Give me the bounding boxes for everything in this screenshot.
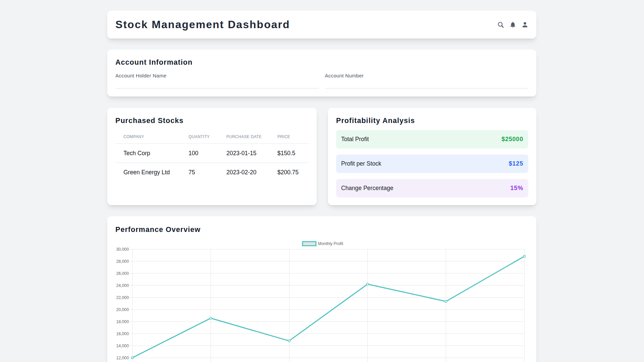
svg-text:Monthly Profit: Monthly Profit [318, 241, 343, 246]
svg-text:14,000: 14,000 [116, 344, 129, 348]
svg-text:16,000: 16,000 [116, 331, 129, 336]
svg-text:12,000: 12,000 [116, 356, 129, 360]
svg-text:26,000: 26,000 [116, 271, 129, 276]
svg-text:24,000: 24,000 [116, 283, 129, 288]
svg-text:30,000: 30,000 [116, 247, 129, 252]
svg-text:22,000: 22,000 [116, 295, 129, 300]
svg-text:20,000: 20,000 [116, 307, 129, 312]
svg-text:18,000: 18,000 [116, 319, 129, 324]
svg-text:28,000: 28,000 [116, 259, 129, 264]
